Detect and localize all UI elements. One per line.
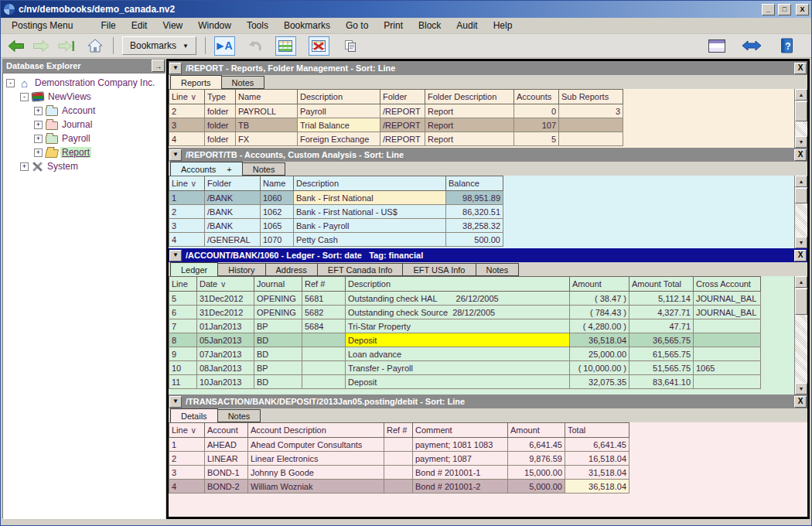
table-cell[interactable]: Bank - Payroll: [294, 219, 446, 233]
table-cell[interactable]: BD: [254, 375, 302, 389]
scroll-down-button[interactable]: ▼: [795, 237, 807, 248]
column-header-line[interactable]: Linev: [169, 423, 205, 438]
scroll-down-button[interactable]: ▼: [795, 383, 807, 394]
table-cell[interactable]: BD: [254, 347, 302, 361]
table-cell[interactable]: Deposit: [346, 333, 570, 347]
table-cell[interactable]: 61,565.75: [629, 347, 694, 361]
table-cell[interactable]: 4,327.71: [629, 306, 694, 319]
table-cell[interactable]: William Wozniak: [248, 480, 384, 494]
table-cell[interactable]: 01Jan2013: [197, 319, 254, 333]
column-header-ref[interactable]: Ref #: [384, 423, 413, 438]
menu-item-window[interactable]: Window: [190, 19, 239, 32]
table-cell[interactable]: 500.00: [446, 233, 503, 247]
tree-item-account[interactable]: +Account: [3, 104, 165, 118]
new-window-button[interactable]: [708, 36, 726, 55]
tree-expander-icon[interactable]: +: [34, 135, 43, 143]
table-cell[interactable]: ( 38.47 ): [570, 292, 629, 306]
table-cell[interactable]: PAYROLL: [236, 104, 298, 118]
column-header-amount-total[interactable]: Amount Total: [629, 277, 694, 292]
scroll-up-button[interactable]: ▲: [795, 89, 807, 101]
table-cell[interactable]: BP: [254, 319, 302, 333]
column-header-account[interactable]: Account: [205, 423, 248, 438]
table-cell[interactable]: 1: [169, 191, 205, 205]
column-header-account-description[interactable]: Account Description: [248, 423, 384, 438]
tab-ledger[interactable]: Ledger: [170, 262, 218, 276]
table-cell[interactable]: Loan advance: [346, 347, 570, 361]
table-cell[interactable]: 1065: [694, 361, 761, 375]
tab-history[interactable]: History: [217, 263, 265, 276]
column-header-type[interactable]: Type: [205, 90, 236, 104]
table-cell[interactable]: [302, 333, 346, 347]
table-cell[interactable]: 31Dec2012: [197, 306, 254, 319]
close-button[interactable]: X: [796, 4, 809, 15]
pane-menu-button[interactable]: ▼: [169, 396, 182, 408]
table-cell[interactable]: 83,641.10: [629, 375, 694, 389]
table-cell[interactable]: 107: [514, 118, 559, 132]
table-cell[interactable]: 2: [169, 205, 205, 219]
tab-reports[interactable]: Reports: [170, 75, 222, 89]
table-cell[interactable]: 10: [169, 361, 197, 375]
table-cell[interactable]: Report: [425, 118, 514, 132]
table-cell[interactable]: 5: [514, 132, 559, 146]
table-cell[interactable]: /REPORT: [380, 118, 425, 132]
table-cell[interactable]: 5681: [302, 292, 346, 306]
tab-address[interactable]: Address: [265, 263, 318, 276]
table-cell[interactable]: Bond # 201001-1: [413, 466, 508, 480]
delete-table-rows-button[interactable]: [309, 36, 329, 56]
pane-close-button[interactable]: X: [794, 149, 807, 161]
table-cell[interactable]: [694, 347, 761, 361]
table-cell[interactable]: /BANK: [205, 205, 261, 219]
pane-menu-button[interactable]: ▼: [169, 149, 182, 161]
menu-item-go-to[interactable]: Go to: [338, 19, 376, 32]
table-cell[interactable]: 6: [169, 306, 197, 319]
column-header-amount[interactable]: Amount: [570, 277, 629, 292]
menu-item-postings-menu[interactable]: Postings Menu: [4, 19, 80, 32]
table-cell[interactable]: [302, 375, 346, 389]
table-cell[interactable]: 15,000.00: [508, 466, 565, 480]
tab-notes[interactable]: Notes: [221, 76, 265, 89]
table-cell[interactable]: Linear Electronics: [248, 452, 384, 466]
table-cell[interactable]: /BANK: [205, 191, 261, 205]
column-header-line[interactable]: Line: [169, 277, 197, 292]
tree-item-system[interactable]: +System: [3, 159, 165, 173]
table-cell[interactable]: Transfer - Payroll: [346, 361, 570, 375]
pane-close-button[interactable]: X: [794, 63, 807, 74]
table-cell[interactable]: /BANK: [205, 219, 261, 233]
table-cell[interactable]: payment; 1081 1083: [413, 438, 508, 452]
table-cell[interactable]: BP: [254, 361, 302, 375]
table-cell[interactable]: 2: [169, 104, 205, 118]
menu-item-audit[interactable]: Audit: [449, 19, 485, 32]
vertical-scrollbar[interactable]: ▲ ▼: [794, 89, 807, 148]
table-cell[interactable]: [302, 347, 346, 361]
column-header-description[interactable]: Description: [298, 90, 380, 104]
pane-menu-button[interactable]: ▼: [169, 250, 182, 261]
tree-item-newviews[interactable]: -NewViews: [3, 90, 165, 104]
pane-close-button[interactable]: X: [794, 250, 807, 261]
forward-end-button[interactable]: [56, 36, 75, 55]
menu-item-tools[interactable]: Tools: [239, 19, 276, 32]
back-button[interactable]: [7, 36, 26, 55]
table-cell[interactable]: 31,518.04: [565, 466, 629, 480]
table-cell[interactable]: 5,000.00: [508, 480, 565, 494]
table-cell[interactable]: /REPORT: [380, 132, 425, 146]
menu-item-file[interactable]: File: [93, 19, 123, 32]
table-cell[interactable]: 8: [169, 333, 197, 347]
table-cell[interactable]: 05Jan2013: [197, 333, 254, 347]
tab-notes[interactable]: Notes: [476, 263, 520, 276]
tree-expander-icon[interactable]: -: [6, 79, 15, 87]
table-cell[interactable]: Bond # 201001-2: [413, 480, 508, 494]
table-cell[interactable]: 1: [169, 438, 205, 452]
scroll-down-button[interactable]: ▼: [795, 136, 807, 148]
table-cell[interactable]: 86,320.51: [446, 205, 503, 219]
tree-expander-icon[interactable]: -: [20, 93, 29, 101]
collapse-explorer-button[interactable]: →: [152, 60, 165, 72]
table-cell[interactable]: ( 10,000.00 ): [570, 361, 629, 375]
table-cell[interactable]: 5684: [302, 319, 346, 333]
table-cell[interactable]: 36,565.75: [629, 333, 694, 347]
column-header-comment[interactable]: Comment: [413, 423, 508, 438]
table-cell[interactable]: /REPORT: [380, 104, 425, 118]
table-cell[interactable]: OPENING: [254, 306, 302, 319]
table-cell[interactable]: Bank - First National: [294, 191, 446, 205]
table-cell[interactable]: 38,258.32: [446, 219, 503, 233]
table-cell[interactable]: folder: [205, 118, 236, 132]
